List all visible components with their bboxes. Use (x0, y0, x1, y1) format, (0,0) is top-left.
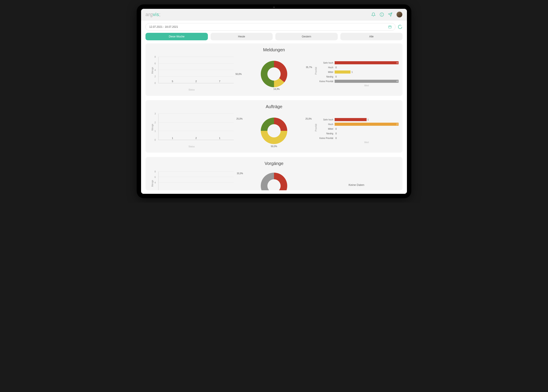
hbar-row: Keine Priorität4 (317, 79, 398, 83)
hbar-row: Niedrig0 (317, 132, 398, 135)
donut-label: 33,3% (237, 172, 243, 175)
bar-ylabel: Menge (151, 67, 154, 74)
send-icon[interactable] (388, 12, 392, 17)
bar-xlabel: Status (150, 145, 234, 148)
bar-chart-vorgaenge: Menge 4 6 8 6 3 (150, 172, 234, 190)
tab-label: Diese Woche (169, 35, 185, 38)
tab-heute[interactable]: Heute (210, 33, 273, 40)
tab-label: Heute (238, 35, 245, 38)
hbar-ylabel: Priorität (315, 124, 317, 131)
no-data-label: Keine Daten (314, 183, 398, 187)
hbar-row: Mittel0 (317, 127, 398, 131)
tab-label: Alle (369, 35, 374, 38)
card-grid: Menge 0 2 4 6 8 5 (150, 57, 398, 91)
donut-label: 14,3% (273, 88, 280, 90)
card-title: Vorgänge (150, 161, 398, 166)
bar: 1 (167, 137, 178, 140)
app-logo: argvis; (145, 12, 160, 17)
bar: 2 (191, 80, 202, 83)
svg-point-2 (382, 15, 382, 16)
range-tabs: Diese Woche Heute Gestern Alle (145, 33, 403, 40)
donut-chart-auftraege: 25,0% 50,0% 25,0% (240, 118, 308, 144)
date-range-input[interactable]: 12.07.2021 - 18.07.2021 (145, 23, 396, 31)
bar-chart-auftraege: Menge 0 1 2 3 1 2 1 (150, 114, 234, 148)
hbar-row: Niedrig0 (317, 75, 398, 78)
avatar[interactable] (396, 11, 403, 18)
svg-rect-3 (389, 26, 391, 28)
bar-xlabel: Status (150, 89, 234, 91)
content-area[interactable]: 12.07.2021 - 18.07.2021 Diese Woche Heut… (141, 21, 407, 194)
card-grid: Menge 0 1 2 3 1 2 1 (150, 114, 398, 148)
date-filter-row: 12.07.2021 - 18.07.2021 (145, 23, 403, 31)
bell-icon[interactable] (371, 12, 376, 17)
donut-chart-vorgaenge: 33,3% (240, 173, 308, 190)
bar-chart-meldungen: Menge 0 2 4 6 8 5 (150, 57, 234, 91)
hbar-row: Sehr hoch1 (317, 118, 398, 121)
card-vorgaenge: Vorgänge Menge 4 6 8 6 (145, 157, 403, 190)
tab-diese-woche[interactable]: Diese Woche (145, 33, 208, 40)
hbar-xlabel: Wert (317, 141, 398, 144)
bar: 7 (214, 80, 225, 83)
card-grid: Menge 4 6 8 6 3 (150, 170, 398, 190)
bar: 1 (214, 137, 225, 140)
app-screen: argvis; 12.07.2021 - 18.07.2021 (141, 9, 407, 194)
logo-part-vis: vis (153, 12, 159, 17)
hbar-row: Hoch2 (317, 122, 398, 126)
refresh-icon[interactable] (398, 24, 403, 29)
hbar-row: Mittel1 (317, 70, 398, 74)
logo-part-semi: ; (159, 12, 161, 17)
header-actions (371, 11, 403, 18)
tab-gestern[interactable]: Gestern (275, 33, 338, 40)
hbar-row: Hoch0 (317, 66, 398, 69)
card-title: Meldungen (150, 47, 398, 52)
donut-label: 35,7% (306, 66, 312, 69)
hbar-row: Sehr hoch4 (317, 61, 398, 64)
calendar-icon[interactable] (388, 25, 392, 29)
donut-label: 25,0% (305, 118, 311, 120)
hbar-row: Keine Priorität0 (317, 136, 398, 140)
bar: 2 (191, 137, 202, 140)
date-range-text: 12.07.2021 - 18.07.2021 (149, 25, 178, 28)
device-frame: argvis; 12.07.2021 - 18.07.2021 (137, 4, 411, 198)
donut-label: 50,0% (235, 73, 242, 75)
tab-alle[interactable]: Alle (340, 33, 403, 40)
card-auftraege: Aufträge Menge 0 1 2 3 (145, 100, 403, 153)
app-header: argvis; (141, 9, 407, 21)
donut-chart-meldungen: 35,7% 14,3% 50,0% (240, 61, 308, 87)
hbar-chart-auftraege: Priorität Sehr hoch1 Hoch2 Mittel0 Niedr… (314, 118, 398, 144)
card-title: Aufträge (150, 104, 398, 109)
bar: 5 (167, 80, 178, 83)
alert-circle-icon[interactable] (380, 12, 384, 17)
device-camera (273, 7, 275, 8)
hbar-xlabel: Wert (317, 84, 398, 87)
card-meldungen: Meldungen Menge 0 2 4 6 8 (145, 43, 403, 96)
donut-label: 25,0% (236, 118, 243, 120)
hbar-ylabel: Priorität (315, 67, 317, 74)
hbar-chart-meldungen: Priorität Sehr hoch4 Hoch0 Mittel1 Niedr… (314, 61, 398, 87)
donut-label: 50,0% (271, 145, 277, 147)
bar-ylabel: Menge (151, 124, 154, 131)
logo-part-arg: arg (145, 12, 153, 17)
bar-ylabel: Menge (151, 180, 154, 187)
tab-label: Gestern (302, 35, 311, 38)
